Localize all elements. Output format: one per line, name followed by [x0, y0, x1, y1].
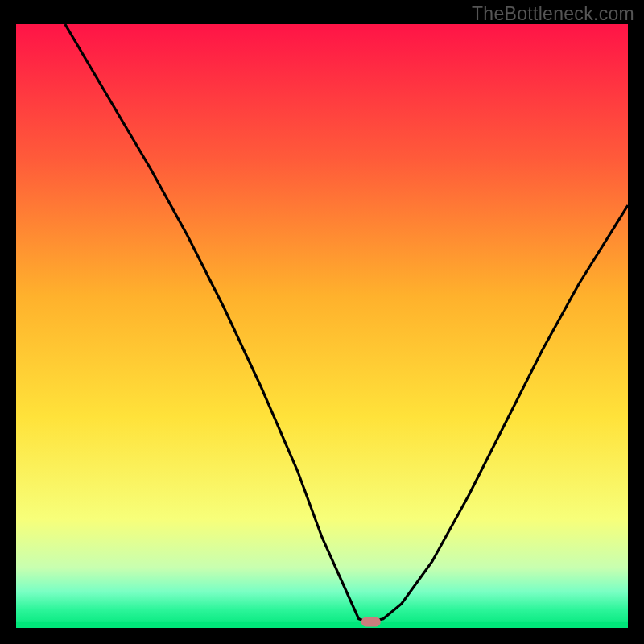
- chart-svg: [16, 24, 628, 628]
- marker-pill: [361, 617, 381, 627]
- watermark-text: TheBottleneck.com: [472, 3, 634, 25]
- chart-frame: TheBottleneck.com: [0, 0, 644, 644]
- plot-area: [16, 24, 628, 628]
